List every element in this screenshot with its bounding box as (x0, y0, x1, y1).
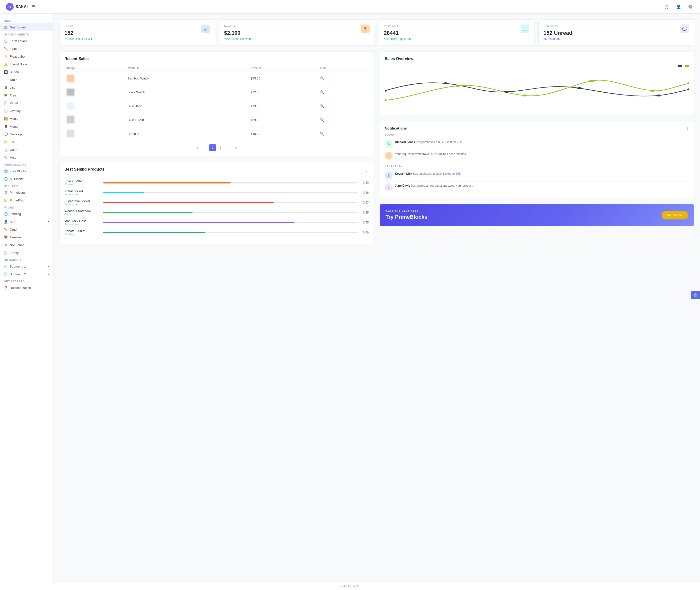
sidebar-item-empty[interactable]: 📄 Empty (0, 249, 53, 257)
empty-icon: 📄 (4, 251, 8, 255)
product-name-cell: Blue Band (126, 99, 249, 113)
view-icon[interactable]: 🔍 (320, 132, 324, 135)
notifications-more-button[interactable]: ⋮ (686, 126, 689, 130)
table-row: Black Watch $72.00 🔍 (64, 85, 369, 99)
stat-sub: 85 responded (543, 37, 573, 40)
sidebar-item-input[interactable]: ✏️ Input (0, 45, 53, 53)
cart-icon[interactable]: 🛒 (663, 3, 671, 11)
sidebar-item-tree[interactable]: 🌳 Tree (0, 91, 53, 99)
stat-info: Revenue $2.100 %52+ since last week (224, 24, 252, 40)
page-next-button[interactable]: › (225, 144, 232, 151)
view-icon[interactable]: 🔍 (320, 104, 324, 108)
sidebar-item-label: Form Layout (10, 39, 27, 43)
settings-icon[interactable]: ⚙️ (686, 3, 694, 11)
sidebar-item-label: Misc (10, 156, 16, 160)
file-icon: 📁 (4, 140, 8, 144)
notif-name: Keyser Wick (395, 172, 412, 176)
sidebar-item-list[interactable]: ☰ List (0, 84, 53, 91)
sidebar-item-invalid-state[interactable]: ⚠️ Invalid State (0, 60, 53, 68)
product-name: Space T-Shirt (64, 179, 103, 183)
overlay-icon: 📑 (4, 109, 8, 113)
sidebar-item-primeflex[interactable]: 📐 PrimeFlex (0, 196, 53, 204)
sidebar-item-timeline[interactable]: 📅 Timeline (0, 233, 53, 241)
sidebar-item-primeicons[interactable]: 🛡️ PrimeIcons (0, 189, 53, 196)
sidebar-item-panel[interactable]: 📄 Panel (0, 99, 53, 107)
sort-icon: ⇅ (137, 67, 139, 70)
progress-pct: %75 (360, 221, 369, 224)
product-name-cell: Blue T-Shirt (126, 113, 249, 127)
hamburger-button[interactable]: ☰ (31, 4, 35, 9)
recent-sales-card: Recent Sales Image Name ⇅ Price ⇅ View (59, 52, 374, 156)
sidebar-item-all-blocks[interactable]: 🌐 All Blocks (0, 175, 53, 183)
progress-bar-bg (103, 202, 358, 203)
product-info: Space T-Shirt Clothing (64, 179, 103, 186)
user-icon[interactable]: 👤 (675, 3, 683, 11)
sidebar-item-dashboard[interactable]: 🏠 Dashboard (0, 23, 53, 31)
stat-value: $2.100 (224, 30, 252, 36)
sidebar-item-table[interactable]: ⊞ Table (0, 76, 53, 84)
product-image-cell (64, 72, 126, 85)
view-icon[interactable]: 🔍 (320, 90, 324, 94)
product-img-placeholder (67, 130, 74, 137)
product-category: Accessories (64, 223, 103, 226)
progress-pct: %40 (360, 231, 369, 234)
legend-dot-dark (678, 65, 682, 67)
page-last-button[interactable]: » (233, 144, 239, 151)
gear-overlay-button[interactable]: ⚙️ (691, 291, 700, 299)
notif-item-keyser: $ Keyser Wick has purchased a black jack… (385, 170, 689, 182)
sidebar-item-float-label[interactable]: 🏷️ Float Label (0, 53, 53, 60)
product-info: Wonders Notebook Office (64, 209, 103, 216)
page-prev-button[interactable]: ‹ (201, 144, 208, 151)
stat-card-customers: Customers 28441 520 newly registered ✉️ (379, 19, 534, 46)
sidebar-item-media[interactable]: 🖼️ Media (0, 115, 53, 122)
cta-get-started-button[interactable]: Get Started (662, 211, 688, 219)
sidebar-item-form-layout[interactable]: 📋 Form Layout (0, 37, 53, 45)
page-first-button[interactable]: « (194, 144, 200, 151)
product-info: Supernova Sticker Accessories (64, 199, 103, 206)
view-icon[interactable]: 🔍 (320, 76, 324, 80)
sidebar: HOME 🏠 Dashboard UI COMPONENTS 📋 Form La… (0, 14, 54, 583)
sidebar-item-crud[interactable]: ✏️ Crud (0, 225, 53, 233)
notif-amount: 59$ (456, 172, 461, 176)
notif-avatar-jane: ? (385, 184, 392, 191)
table-row: Bracelet $15.00 🔍 (64, 127, 369, 141)
product-name: Portal Sticker (64, 189, 103, 193)
sidebar-item-misc[interactable]: 🔧 Misc (0, 154, 53, 161)
documentation-icon: ❓ (4, 286, 8, 290)
sidebar-item-message[interactable]: 💬 Message (0, 130, 53, 138)
sidebar-item-auth[interactable]: 👤 Auth ▾ (0, 218, 53, 225)
sidebar-item-button[interactable]: 🔲 Button (0, 68, 53, 76)
stat-card-orders: Orders 152 24 new since last visit 🛒 (59, 19, 215, 46)
product-image (66, 74, 75, 83)
sidebar-item-label: Free Blocks (10, 169, 26, 173)
panel-icon: 📄 (4, 101, 8, 105)
crud-icon: ✏️ (4, 227, 8, 231)
chevron-down-icon: ▾ (48, 265, 49, 268)
product-view-cell: 🔍 (318, 99, 369, 113)
sidebar-item-overlay[interactable]: 📑 Overlay (0, 107, 53, 115)
sidebar-item-landing[interactable]: 🌐 Landing (0, 210, 53, 218)
chart-dot-green (385, 99, 387, 101)
product-category: Clothing (64, 233, 103, 236)
product-info: Mat Black Case Accessories (64, 219, 103, 226)
progress-bar-fill (103, 232, 205, 233)
product-category: Accessories (64, 203, 103, 206)
revenue-icon: 📍 (361, 24, 370, 33)
sidebar-item-not-found[interactable]: ⊘ Not Found (0, 241, 53, 249)
page-1-button[interactable]: 1 (209, 144, 216, 151)
notif-text-keyser: Keyser Wick has purchased a black jacket… (395, 172, 461, 176)
sidebar-item-free-blocks[interactable]: 🌐 Free Blocks (0, 167, 53, 175)
sidebar-item-chart[interactable]: 📊 Chart (0, 146, 53, 154)
sidebar-item-menu[interactable]: ☰ Menu (0, 122, 53, 130)
sidebar-item-label: Media (10, 117, 18, 120)
product-category: Clothing (64, 183, 103, 186)
sidebar-item-file[interactable]: 📁 File (0, 138, 53, 146)
sidebar-item-documentation[interactable]: ❓ Documentation (0, 284, 53, 292)
view-icon[interactable]: 🔍 (320, 118, 324, 122)
page-2-button[interactable]: 2 (217, 144, 224, 151)
sidebar-item-submenu1[interactable]: 📄 Submenu 1 ▾ (0, 263, 53, 270)
sidebar-item-submenu2[interactable]: 📄 Submenu 2 ▾ (0, 270, 53, 278)
best-selling-more-button[interactable]: ⋮ (364, 169, 369, 174)
progress-container: %75 (103, 221, 369, 224)
primeflex-icon: 📐 (4, 198, 8, 202)
